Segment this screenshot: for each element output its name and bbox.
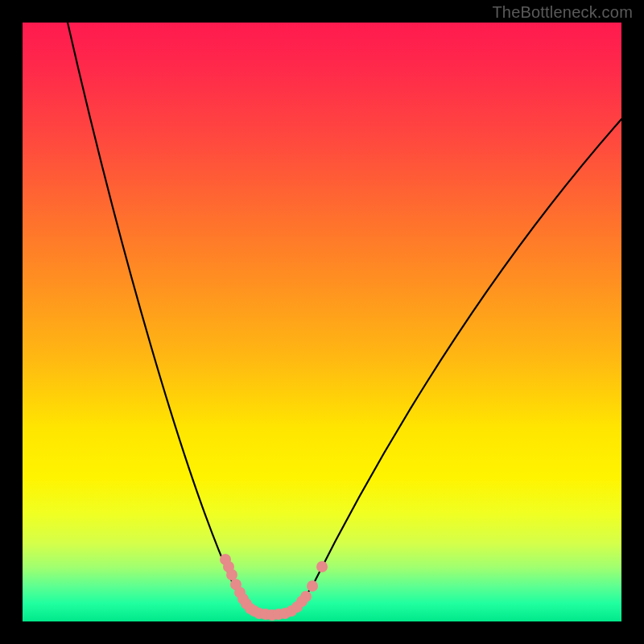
plot-area [23, 23, 621, 621]
watermark-text: TheBottleneck.com [492, 3, 633, 22]
chart-frame: TheBottleneck.com [0, 0, 644, 644]
heat-gradient-background [23, 23, 621, 621]
